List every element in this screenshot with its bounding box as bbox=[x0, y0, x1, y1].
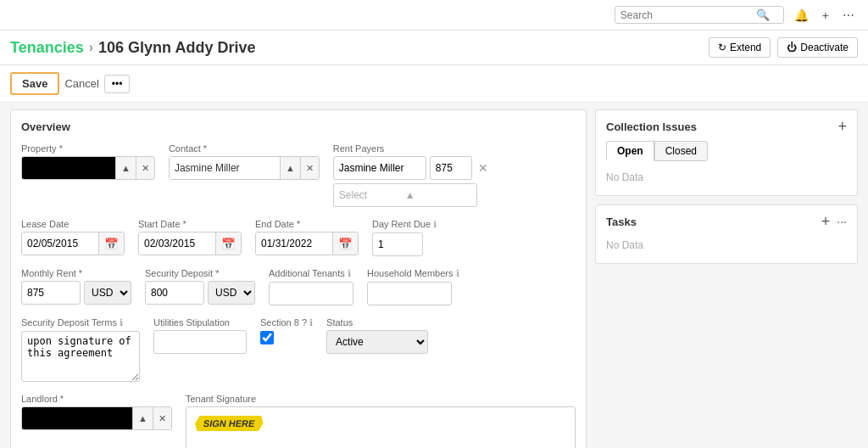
section8-info-icon: ℹ bbox=[309, 317, 313, 328]
collection-issues-header: Collection Issues + bbox=[606, 119, 847, 134]
lease-date-wrap[interactable]: 📅 bbox=[21, 232, 125, 255]
landlord-input[interactable] bbox=[22, 407, 132, 429]
start-date-group: Start Date * 📅 bbox=[138, 219, 242, 255]
search-input[interactable] bbox=[620, 9, 756, 21]
nav-icons: 🔔 + ⋯ bbox=[791, 7, 858, 24]
tasks-add-btn[interactable]: + bbox=[821, 214, 831, 229]
rent-payer-select[interactable]: Select ▲ bbox=[333, 183, 477, 207]
utilities-stipulation-input[interactable] bbox=[153, 330, 247, 354]
landlord-input-wrap[interactable]: ▲ ✕ bbox=[21, 406, 172, 430]
bell-icon[interactable]: 🔔 bbox=[791, 7, 812, 24]
signature-area[interactable]: SIGN HERE bbox=[186, 406, 576, 448]
additional-tenants-label: Additional Tenants ℹ bbox=[269, 268, 353, 279]
security-deposit-group: Security Deposit * USD bbox=[145, 268, 255, 305]
more-button[interactable]: ••• bbox=[104, 75, 131, 93]
cancel-button[interactable]: Cancel bbox=[64, 77, 98, 90]
header-row: Tenancies › 106 Glynn Addy Drive ↻ Exten… bbox=[0, 31, 868, 65]
status-select[interactable]: Active Inactive Pending bbox=[326, 330, 428, 354]
end-date-group: End Date * 📅 bbox=[255, 219, 359, 255]
rent-payer-close-btn[interactable]: ✕ bbox=[476, 161, 491, 175]
form-area: Overview Property * ▲ ✕ Contact * ▲ ✕ bbox=[10, 109, 587, 448]
security-deposit-terms-input[interactable]: upon signature of this agreement bbox=[21, 331, 140, 382]
rent-payer-name-input[interactable] bbox=[333, 156, 426, 180]
landlord-label: Landlord * bbox=[21, 394, 172, 404]
start-date-wrap[interactable]: 📅 bbox=[138, 232, 242, 255]
day-rent-due-label: Day Rent Due ℹ bbox=[372, 219, 437, 230]
day-rent-due-input[interactable] bbox=[372, 232, 423, 256]
additional-tenants-input[interactable] bbox=[269, 282, 353, 305]
lease-date-calendar-btn[interactable]: 📅 bbox=[98, 232, 124, 255]
property-input-wrap[interactable]: ▲ ✕ bbox=[21, 156, 155, 180]
collection-issues-card: Collection Issues + Open Closed No Data bbox=[595, 109, 858, 196]
section8-label: Section 8 ? ℹ bbox=[260, 317, 313, 328]
grid-icon[interactable]: ⋯ bbox=[839, 7, 858, 24]
tenant-signature-group: Tenant Signature SIGN HERE bbox=[186, 394, 576, 448]
contact-label: Contact * bbox=[169, 143, 320, 154]
deactivate-button[interactable]: ⏻ Deactivate bbox=[777, 37, 858, 58]
end-date-calendar-btn[interactable]: 📅 bbox=[332, 232, 358, 255]
extend-button[interactable]: ↻ Extend bbox=[709, 37, 771, 58]
security-deposit-input[interactable] bbox=[145, 281, 204, 305]
form-row-3: Monthly Rent * USD Security Deposit * US… bbox=[21, 268, 576, 305]
landlord-expand-btn[interactable]: ▲ bbox=[132, 407, 153, 429]
section8-checkbox[interactable] bbox=[260, 331, 274, 344]
end-date-wrap[interactable]: 📅 bbox=[255, 232, 359, 255]
select-placeholder: Select bbox=[339, 189, 405, 201]
save-button[interactable]: Save bbox=[10, 72, 59, 95]
additional-tenants-info-icon: ℹ bbox=[348, 268, 351, 278]
lease-date-label: Lease Date bbox=[21, 219, 125, 229]
security-deposit-wrap: USD bbox=[145, 281, 255, 305]
rent-payers-group: Rent Payers ✕ Select ▲ bbox=[333, 143, 503, 207]
property-clear-btn[interactable]: ✕ bbox=[136, 157, 154, 179]
tab-closed[interactable]: Closed bbox=[654, 141, 708, 161]
plus-icon[interactable]: + bbox=[819, 7, 832, 24]
security-deposit-currency-select[interactable]: USD bbox=[208, 281, 255, 305]
security-deposit-label: Security Deposit * bbox=[145, 268, 255, 278]
contact-input[interactable] bbox=[170, 157, 280, 179]
contact-expand-btn[interactable]: ▲ bbox=[280, 157, 300, 179]
property-expand-btn[interactable]: ▲ bbox=[115, 157, 136, 179]
lease-date-group: Lease Date 📅 bbox=[21, 219, 125, 255]
tab-open[interactable]: Open bbox=[606, 141, 654, 161]
toolbar: Save Cancel ••• bbox=[0, 65, 868, 103]
household-members-input[interactable] bbox=[367, 282, 452, 305]
rent-payers-section: ✕ Select ▲ bbox=[333, 156, 503, 207]
monthly-rent-wrap: USD bbox=[21, 281, 131, 305]
utilities-stipulation-label: Utilities Stipulation bbox=[153, 317, 247, 328]
security-deposit-terms-group: Security Deposit Terms ℹ upon signature … bbox=[21, 317, 140, 382]
breadcrumb: Tenancies › 106 Glynn Addy Drive bbox=[10, 39, 255, 57]
property-input[interactable] bbox=[22, 157, 115, 179]
breadcrumb-separator: › bbox=[89, 40, 93, 55]
form-row-1: Property * ▲ ✕ Contact * ▲ ✕ Rent Payers bbox=[21, 143, 576, 207]
landlord-clear-btn[interactable]: ✕ bbox=[153, 407, 171, 429]
select-chevron-icon: ▲ bbox=[405, 189, 471, 201]
end-date-label: End Date * bbox=[255, 219, 359, 229]
start-date-input[interactable] bbox=[139, 232, 215, 255]
end-date-input[interactable] bbox=[256, 232, 332, 255]
property-group: Property * ▲ ✕ bbox=[21, 143, 155, 180]
form-row-2: Lease Date 📅 Start Date * 📅 End Date * 📅 bbox=[21, 219, 576, 256]
section-title: Overview bbox=[21, 120, 576, 133]
sign-here-badge[interactable]: SIGN HERE bbox=[193, 416, 264, 431]
form-row-5: Landlord * ▲ ✕ Tenant Signature SIGN HER… bbox=[21, 394, 576, 448]
day-rent-due-info-icon: ℹ bbox=[433, 219, 437, 229]
header-actions: ↻ Extend ⏻ Deactivate bbox=[709, 37, 858, 58]
breadcrumb-tenancies[interactable]: Tenancies bbox=[10, 39, 84, 57]
security-deposit-terms-info-icon: ℹ bbox=[120, 317, 123, 328]
start-date-calendar-btn[interactable]: 📅 bbox=[215, 232, 241, 255]
rent-payer-row: ✕ bbox=[333, 156, 503, 180]
monthly-rent-currency-select[interactable]: USD bbox=[84, 281, 131, 305]
search-box[interactable]: 🔍 bbox=[615, 6, 784, 24]
section8-checkbox-wrap[interactable] bbox=[260, 331, 313, 344]
utilities-stipulation-group: Utilities Stipulation bbox=[153, 317, 247, 354]
collection-issues-tabs: Open Closed bbox=[606, 141, 847, 161]
tasks-more-btn[interactable]: ··· bbox=[837, 216, 847, 227]
monthly-rent-input[interactable] bbox=[21, 281, 81, 305]
lease-date-input[interactable] bbox=[22, 232, 98, 255]
household-members-info-icon: ℹ bbox=[456, 268, 459, 278]
collection-issues-add-btn[interactable]: + bbox=[837, 119, 847, 134]
contact-clear-btn[interactable]: ✕ bbox=[300, 157, 319, 179]
section8-group: Section 8 ? ℹ bbox=[260, 317, 313, 344]
contact-input-wrap[interactable]: ▲ ✕ bbox=[169, 156, 320, 180]
rent-payer-amount-input[interactable] bbox=[430, 156, 472, 180]
